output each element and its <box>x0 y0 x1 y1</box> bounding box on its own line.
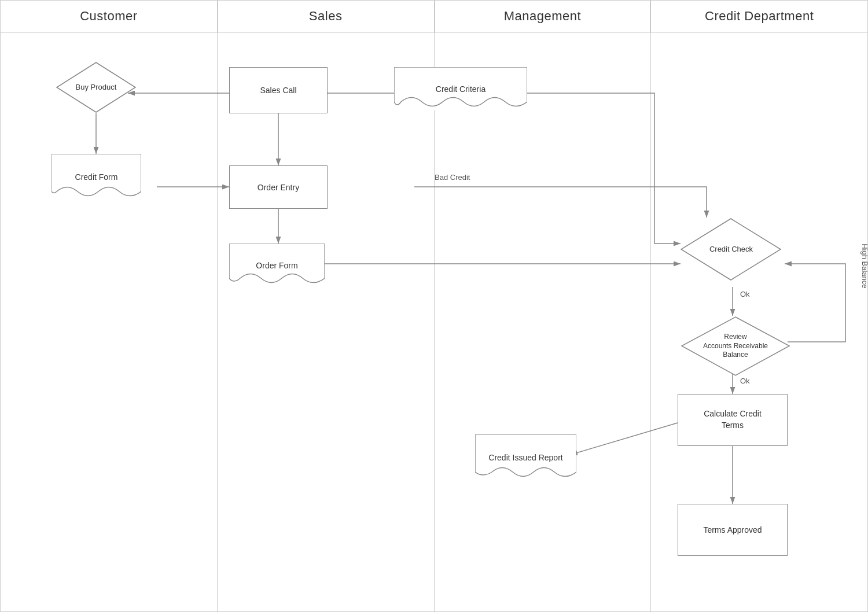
credit-check-diamond: Credit Check <box>681 217 782 281</box>
header-sales: Sales <box>218 1 435 32</box>
header-credit-dept: Credit Department <box>651 1 867 32</box>
ok2-label: Ok <box>740 377 750 385</box>
credit-criteria-label: Credit Criteria <box>436 84 486 94</box>
order-form-label: Order Form <box>256 261 297 270</box>
order-entry-shape: Order Entry <box>229 165 328 209</box>
buy-product-diamond: Buy Product <box>56 61 137 113</box>
sales-call-shape: Sales Call <box>229 67 328 113</box>
header-management: Management <box>435 1 652 32</box>
review-ar-label: ReviewAccounts ReceivableBalance <box>703 333 768 360</box>
lane-management <box>435 32 652 612</box>
credit-form-label: Credit Form <box>75 172 118 182</box>
diagram-container: Customer Sales Management Credit Departm… <box>0 0 868 612</box>
lane-sales <box>218 32 435 612</box>
review-ar-diamond: ReviewAccounts ReceivableBalance <box>681 316 790 377</box>
credit-issued-report-shape: Credit Issued Report <box>475 434 576 481</box>
terms-approved-shape: Terms Approved <box>678 504 788 556</box>
order-form-shape: Order Form <box>229 244 325 287</box>
credit-form-shape: Credit Form <box>52 154 141 200</box>
credit-issued-report-label: Credit Issued Report <box>488 453 562 462</box>
header-row: Customer Sales Management Credit Departm… <box>1 1 867 32</box>
credit-check-label: Credit Check <box>709 245 753 255</box>
high-balance-label: High Balance <box>860 244 868 288</box>
lane-customer <box>1 32 218 612</box>
calculate-credit-shape: Calculate CreditTerms <box>678 394 788 446</box>
buy-product-label: Buy Product <box>76 83 117 93</box>
credit-criteria-shape: Credit Criteria <box>394 67 527 110</box>
bad-credit-label: Bad Credit <box>435 173 470 182</box>
header-customer: Customer <box>1 1 218 32</box>
calculate-credit-label: Calculate CreditTerms <box>704 408 762 431</box>
ok1-label: Ok <box>740 290 750 298</box>
